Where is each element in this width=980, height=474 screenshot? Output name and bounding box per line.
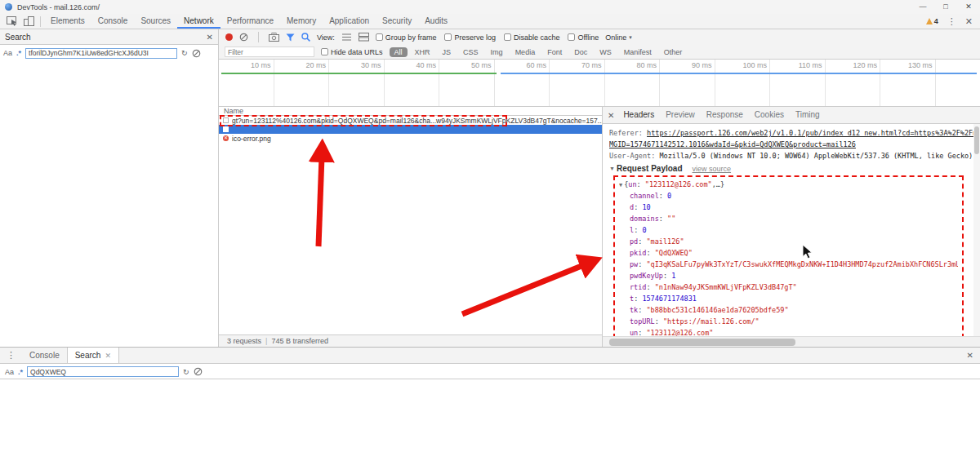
filter-type-img[interactable]: Img (486, 47, 508, 57)
search-icon[interactable] (301, 33, 310, 42)
throttling-select[interactable]: Online ▾ (605, 33, 632, 42)
clear-icon[interactable] (194, 367, 203, 376)
drawer-tab-console[interactable]: Console (22, 348, 67, 363)
tab-performance[interactable]: Performance (220, 14, 280, 29)
close-drawer-icon[interactable]: ✕ (967, 351, 973, 360)
details-tab-timing[interactable]: Timing (790, 107, 826, 123)
record-button[interactable] (225, 33, 233, 41)
payload-entry: pkid: "QdQXWEQ" (619, 247, 958, 259)
tab-security[interactable]: Security (376, 14, 418, 29)
header-name: User-Agent: (609, 152, 659, 160)
timeline-ruler: 10 ms20 ms30 ms40 ms50 ms60 ms70 ms80 ms… (219, 60, 980, 107)
close-devtools-icon[interactable]: ✕ (965, 17, 973, 26)
separator (40, 16, 41, 27)
filter-type-font[interactable]: Font (542, 47, 567, 57)
drawer-search-input[interactable] (27, 366, 179, 377)
payload-entry: t: 1574671174831 (619, 293, 958, 304)
clear-network-log-icon[interactable] (239, 33, 248, 42)
payload-root[interactable]: ▼{un: "123112@126.com",…} (619, 179, 958, 190)
drawer-tab-search[interactable]: Search✕ (67, 348, 119, 363)
show-overview-icon[interactable] (359, 33, 369, 42)
devtools-tabbar: ElementsConsoleSourcesNetworkPerformance… (0, 14, 980, 29)
triangle-expand-icon[interactable]: ▼ (609, 166, 615, 171)
payload-key: topURL (630, 317, 655, 326)
regex-toggle[interactable]: .* (16, 49, 21, 57)
checkbox-label: Disable cache (514, 33, 560, 42)
clear-icon[interactable] (192, 49, 201, 58)
regex-toggle[interactable]: .* (18, 368, 23, 376)
large-request-rows-icon[interactable] (341, 33, 352, 42)
filter-type-ws[interactable]: WS (595, 47, 617, 57)
close-icon[interactable]: ✕ (105, 352, 111, 360)
filter-type-manifest[interactable]: Manifest (619, 47, 657, 57)
filter-type-media[interactable]: Media (510, 47, 541, 57)
payload-colon: : (634, 226, 642, 234)
checkbox-group-by-frame[interactable]: Group by frame (376, 33, 437, 42)
close-window-button[interactable]: ✕ (957, 0, 980, 14)
checkbox-offline[interactable]: Offline (568, 33, 599, 42)
filter-type-js[interactable]: JS (438, 47, 457, 57)
triangle-expand-icon: ▼ (619, 182, 622, 188)
filter-type-css[interactable]: CSS (458, 47, 483, 57)
search-panel: Search ✕ Aa .* ↻ (0, 29, 219, 347)
payload-colon: : (634, 295, 642, 303)
checkbox-disable-cache[interactable]: Disable cache (504, 33, 560, 42)
network-request-row[interactable] (219, 125, 602, 134)
close-search-panel-icon[interactable]: ✕ (207, 33, 213, 42)
horizontal-scrollbar[interactable] (603, 336, 980, 347)
refresh-icon[interactable]: ↻ (183, 368, 189, 376)
more-options-icon[interactable]: ⋮ (947, 17, 956, 26)
tab-network[interactable]: Network (177, 14, 220, 29)
device-toolbar-icon[interactable] (20, 15, 37, 28)
hide-data-urls-checkbox[interactable]: Hide data URLs (321, 48, 383, 56)
details-tab-headers[interactable]: Headers (617, 107, 660, 123)
filter-type-other[interactable]: Other (659, 47, 688, 57)
maximize-button[interactable]: □ (934, 0, 957, 14)
window-controls: — □ ✕ (911, 0, 980, 14)
column-header-name[interactable]: Name (219, 107, 602, 116)
file-icon (223, 126, 229, 132)
timeline-tick: 30 ms (329, 60, 385, 106)
filter-type-xhr[interactable]: XHR (410, 47, 435, 57)
horizontal-scrollbar-thumb[interactable] (609, 339, 795, 346)
tab-elements[interactable]: Elements (44, 14, 91, 29)
details-tab-preview[interactable]: Preview (660, 107, 701, 123)
tab-console[interactable]: Console (91, 14, 135, 29)
details-tab-cookies[interactable]: Cookies (749, 107, 790, 123)
match-case-toggle[interactable]: Aa (5, 368, 14, 376)
tab-memory[interactable]: Memory (280, 14, 323, 29)
filter-type-doc[interactable]: Doc (569, 47, 592, 57)
search-panel-title: Search (5, 33, 31, 42)
details-tab-response[interactable]: Response (701, 107, 749, 123)
checkbox-preserve-log[interactable]: Preserve log (444, 33, 496, 42)
payload-colon: : (646, 249, 654, 257)
filter-type-all[interactable]: All (390, 47, 408, 57)
timeline-tick: 90 ms (660, 60, 715, 106)
drawer-menu-icon[interactable]: ⋮ (7, 351, 16, 360)
checkbox-icon (444, 33, 452, 41)
network-request-row[interactable]: gt?un=123112%40126.com&pkid=QdQXWEQ&pd=m… (219, 116, 602, 125)
tab-sources[interactable]: Sources (134, 14, 177, 29)
view-source-link[interactable]: view source (693, 165, 732, 173)
payload-colon: : (659, 215, 667, 223)
inspect-element-icon[interactable] (4, 15, 20, 28)
payload-colon: : (638, 329, 646, 336)
vertical-scrollbar-thumb[interactable] (974, 126, 979, 154)
screenshot-capture-icon[interactable] (269, 33, 279, 42)
search-toolbar: Aa .* ↻ (0, 45, 218, 61)
filter-icon[interactable] (286, 33, 295, 42)
refresh-icon[interactable]: ↻ (181, 49, 188, 57)
tab-application[interactable]: Application (323, 14, 376, 29)
tab-audits[interactable]: Audits (418, 14, 454, 29)
vertical-scrollbar[interactable] (973, 124, 980, 336)
filter-input[interactable] (225, 47, 314, 57)
request-payload-section: ▼ Request Payload view source (609, 163, 973, 174)
match-case-toggle[interactable]: Aa (3, 49, 12, 57)
minimize-button[interactable]: — (911, 0, 934, 14)
network-request-row[interactable]: ✕ico-error.png (219, 134, 602, 143)
search-input[interactable] (25, 48, 177, 59)
error-badge[interactable]: 4 (926, 17, 938, 25)
payload-entry: domains: "" (619, 213, 958, 224)
close-details-icon[interactable]: ✕ (608, 111, 614, 120)
timeline-tick: 50 ms (439, 60, 495, 106)
